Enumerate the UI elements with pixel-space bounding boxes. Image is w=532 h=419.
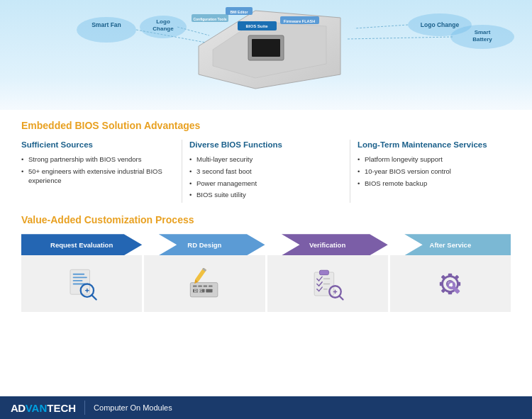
- col2-list: Multi-layer security 3 second fast boot …: [189, 155, 336, 200]
- svg-text:BMI Editor: BMI Editor: [231, 10, 248, 14]
- svg-rect-66: [448, 291, 453, 294]
- svg-rect-39: [204, 285, 208, 287]
- svg-rect-28: [72, 274, 84, 275]
- col3-item-3: BIOS remote backup: [358, 179, 504, 189]
- bios-chip-icon: BIOS: [185, 264, 224, 303]
- svg-rect-68: [458, 281, 461, 286]
- svg-line-33: [92, 295, 96, 299]
- checklist-search-icon: [308, 264, 347, 303]
- svg-text:BIOS Suite: BIOS Suite: [245, 24, 268, 28]
- col2-item-3: Power management: [189, 179, 336, 189]
- svg-rect-67: [440, 281, 443, 286]
- col3-item-2: 10-year BIOS version control: [358, 167, 504, 177]
- step-after-service: After Service: [390, 234, 511, 312]
- col3-list: Platform longevity support 10-year BIOS …: [358, 155, 504, 188]
- step1-header: Request Evaluation: [21, 234, 142, 255]
- main-content: Embedded BIOS Solution Advantages Suffic…: [0, 110, 532, 319]
- svg-rect-37: [193, 285, 197, 287]
- svg-rect-38: [198, 285, 202, 287]
- step1-body: [21, 255, 142, 312]
- svg-text:Smart Fan: Smart Fan: [92, 21, 121, 28]
- col2-item-4: BIOS suite utility: [189, 191, 336, 200]
- col-sufficient-sources: Sufficient Sources Strong partnership wi…: [21, 140, 174, 203]
- svg-rect-40: [209, 285, 213, 287]
- footer-divider: [84, 401, 85, 415]
- svg-rect-29: [72, 276, 87, 278]
- footer-logo-ad: AD: [11, 402, 26, 414]
- svg-text:Configuration Tools: Configuration Tools: [193, 17, 226, 21]
- col-longterm: Long-Term Maintenance Services Platform …: [358, 140, 511, 203]
- divider-2: [350, 140, 350, 203]
- step-rd-design: RD Design BIOS: [144, 234, 265, 312]
- svg-rect-49: [320, 270, 329, 274]
- svg-text:BIOS: BIOS: [194, 289, 202, 293]
- col2-item-1: Multi-layer security: [189, 155, 336, 164]
- search-doc-icon: [62, 264, 101, 303]
- svg-line-60: [340, 296, 343, 299]
- divider-1: [182, 140, 182, 203]
- process-steps-row: Request Evaluation: [21, 234, 511, 312]
- step3-body: [267, 255, 388, 312]
- footer: ADVANTECH Computer On Modules: [0, 396, 532, 419]
- step-request-evaluation: Request Evaluation: [21, 234, 142, 312]
- svg-text:Change: Change: [153, 26, 174, 32]
- process-section-title: Value-Added Customization Process: [21, 214, 511, 225]
- step2-label: RD Design: [187, 241, 221, 249]
- col2-item-2: 3 second fast boot: [189, 167, 336, 177]
- svg-rect-30: [72, 280, 82, 281]
- col1-item-1: Strong partnership with BIOS vendors: [21, 155, 167, 164]
- col2-title: Diverse BIOS Functions: [189, 140, 336, 150]
- col1-title: Sufficient Sources: [21, 140, 167, 150]
- step4-header: After Service: [390, 234, 511, 255]
- step2-body: BIOS: [144, 255, 265, 312]
- footer-logo-tech: TECH: [47, 402, 76, 414]
- advantages-grid: Sufficient Sources Strong partnership wi…: [21, 140, 511, 203]
- step4-label: After Service: [430, 241, 472, 249]
- col-diverse-bios: Diverse BIOS Functions Multi-layer secur…: [189, 140, 343, 203]
- step1-label: Request Evaluation: [50, 241, 113, 249]
- step4-body: [390, 255, 511, 312]
- footer-logo-van: VAN: [26, 402, 48, 414]
- col1-item-2: 50+ engineers with extensive industrial …: [21, 167, 167, 186]
- footer-subtitle: Computer On Modules: [94, 403, 172, 412]
- svg-text:Logo Change: Logo Change: [421, 21, 460, 28]
- svg-rect-4: [252, 39, 280, 57]
- svg-text:Smart: Smart: [475, 29, 491, 35]
- col3-item-1: Platform longevity support: [358, 155, 504, 164]
- col3-title: Long-Term Maintenance Services: [358, 140, 504, 150]
- svg-text:Logo: Logo: [156, 18, 170, 25]
- svg-rect-65: [448, 274, 453, 277]
- svg-text:Firmware FLASH: Firmware FLASH: [284, 19, 315, 23]
- diagram-area: BIOS Suite Firmware FLASH Configuration …: [0, 0, 532, 110]
- wrench-gear-icon: [431, 264, 470, 303]
- step3-header: Verification: [267, 234, 388, 255]
- svg-rect-43: [206, 289, 212, 293]
- step2-header: RD Design: [144, 234, 265, 255]
- footer-brand: ADVANTECH: [11, 402, 76, 414]
- advantages-section-title: Embedded BIOS Solution Advantages: [21, 120, 511, 131]
- col1-list: Strong partnership with BIOS vendors 50+…: [21, 155, 167, 185]
- step-verification: Verification: [267, 234, 388, 312]
- step3-label: Verification: [309, 241, 345, 249]
- svg-text:Battery: Battery: [472, 36, 492, 43]
